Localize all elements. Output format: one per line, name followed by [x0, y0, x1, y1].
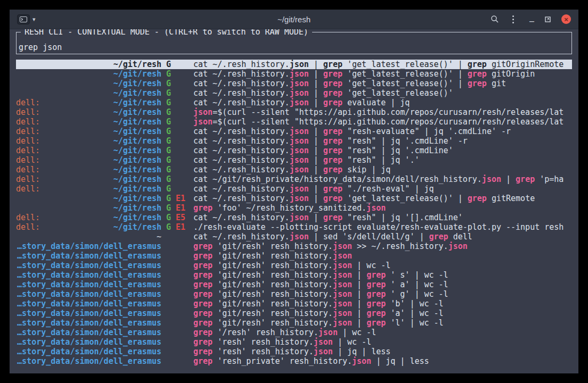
host-label: dell:: [16, 117, 40, 127]
match-highlight: grep: [366, 299, 386, 309]
history-row[interactable]: dell:~/git/reshGjson=$(curl --silent "ht…: [16, 107, 572, 117]
history-row[interactable]: …story_data/simon/dell_erasmusgrep 'git/…: [16, 270, 572, 280]
match-highlight: grep: [193, 328, 213, 337]
history-row[interactable]: dell:~/git/reshG E1./resh-evaluate --plo…: [16, 222, 572, 232]
match-highlight: grep: [323, 98, 342, 107]
history-row[interactable]: dell:~/git/reshGcat ~/.resh_history.json…: [16, 146, 572, 155]
flag-E1: E1: [176, 194, 185, 203]
directory-label: …story_data/simon/dell_erasmus: [17, 328, 161, 337]
status-flags: G: [161, 165, 193, 174]
minimize-button[interactable]: –: [529, 14, 534, 24]
history-row[interactable]: ~/git/reshG E1grep 'foo' ~/resh_history_…: [16, 203, 572, 213]
chevron-down-icon: ▾: [32, 16, 36, 23]
history-row[interactable]: dell:~/git/reshGcat ~/.resh_history.json…: [16, 184, 572, 194]
match-highlight: grep: [429, 232, 448, 242]
host-label: dell:: [16, 98, 40, 107]
new-terminal-button[interactable]: ▾: [17, 14, 36, 24]
status-flags: [161, 270, 193, 280]
history-row[interactable]: ~cat ~/.resh_history.json | sed 's/dell/…: [16, 232, 572, 242]
flag-G: G: [166, 117, 171, 127]
status-flags: [161, 337, 193, 347]
match-highlight: grep: [468, 79, 487, 88]
directory-label: ~/git/resh: [113, 174, 161, 184]
flag-G: G: [166, 222, 171, 232]
history-row[interactable]: dell:~/git/reshGcat ~/.resh_history.json…: [16, 155, 572, 165]
history-row[interactable]: …story_data/simon/dell_erasmusgrep '/res…: [16, 328, 572, 337]
restore-window-button[interactable]: [544, 14, 551, 24]
history-row[interactable]: ~/git/reshGcat ~/.resh_history.json | gr…: [16, 69, 572, 79]
directory-label: ~/git/resh: [113, 194, 161, 203]
history-row[interactable]: dell:~/git/reshGcat ~/.resh_history.json…: [16, 165, 572, 174]
command-text: cat ~/.resh_history.json | grep "./resh-…: [193, 184, 572, 194]
command-text: cat ~/.resh_history.json | grep "resh" |…: [193, 136, 572, 146]
match-highlight: grep: [323, 146, 342, 155]
history-row[interactable]: ~/git/reshGcat ~/.resh_history.json | gr…: [16, 79, 572, 88]
history-row[interactable]: dell:~/git/reshGcat ~/.resh_history.json…: [16, 127, 572, 136]
match-highlight: grep: [323, 194, 342, 203]
match-highlight: json: [482, 174, 501, 184]
match-highlight: grep: [468, 60, 487, 69]
directory-label: …story_data/simon/dell_erasmus: [17, 261, 161, 270]
history-row[interactable]: ~/git/reshGcat ~/.resh_history.json | gr…: [16, 88, 572, 98]
command-text: cat ~/.resh_history.json | grep "resh" |…: [193, 155, 572, 165]
history-row[interactable]: …story_data/simon/dell_erasmusgrep 'git/…: [16, 309, 572, 318]
match-highlight: json: [318, 328, 338, 337]
history-row[interactable]: …story_data/simon/dell_erasmusgrep 'git/…: [16, 289, 572, 299]
search-query-input[interactable]: grep json: [19, 43, 62, 52]
history-row[interactable]: dell:~/git/reshGcat ~/.resh_history.json…: [16, 98, 572, 107]
status-flags: [161, 309, 193, 318]
history-row[interactable]: dell:~/git/reshGjson=$(curl --silent "ht…: [16, 117, 572, 127]
host-label: dell:: [16, 146, 40, 155]
history-row[interactable]: …story_data/simon/dell_erasmusgrep 'git/…: [16, 251, 572, 261]
directory-label: ~/git/resh: [113, 69, 161, 79]
search-icon[interactable]: [491, 14, 499, 24]
match-highlight: json: [333, 242, 352, 251]
window-title: ~/git/resh: [140, 15, 448, 24]
flag-E1: E1: [176, 222, 185, 232]
match-highlight: grep: [468, 194, 487, 203]
history-row[interactable]: dell:~/git/reshGcat ~/git/resh_private/h…: [16, 174, 572, 184]
history-row[interactable]: …story_data/simon/dell_erasmusgrep 'git/…: [16, 261, 572, 270]
history-row[interactable]: …story_data/simon/dell_erasmusgrep 'git/…: [16, 280, 572, 289]
history-row[interactable]: ~/git/reshG E1cat ~/.resh_history.json |…: [16, 194, 572, 203]
match-highlight: grep: [323, 213, 342, 222]
command-text: cat ~/.resh_history.json | grep "resh-ev…: [193, 127, 572, 136]
flag-G: G: [166, 69, 171, 79]
match-highlight: json: [290, 127, 309, 136]
status-flags: G E1: [161, 203, 193, 213]
directory-label: …story_data/simon/dell_erasmus: [17, 251, 161, 261]
match-highlight: grep: [323, 88, 342, 98]
host-label: dell:: [16, 127, 40, 136]
host-label: dell:: [16, 222, 40, 232]
history-row[interactable]: …story_data/simon/dell_erasmusgrep 'resh…: [16, 347, 572, 356]
terminal-window: ▾ ~/git/resh – ×: [10, 10, 578, 373]
match-highlight: json: [290, 155, 309, 165]
history-row[interactable]: …story_data/simon/dell_erasmusgrep 'resh…: [16, 356, 572, 366]
status-flags: G: [161, 127, 193, 136]
host-label: dell:: [16, 165, 40, 174]
kebab-menu-icon[interactable]: [512, 14, 514, 24]
match-highlight: grep: [323, 79, 342, 88]
status-flags: G: [161, 98, 193, 107]
flag-G: G: [166, 155, 171, 165]
match-highlight: json: [333, 280, 352, 289]
match-highlight: grep: [323, 127, 342, 136]
history-row[interactable]: …story_data/simon/dell_erasmusgrep 'git/…: [16, 299, 572, 309]
history-row[interactable]: dell:~/git/reshG E5cat ~/.resh_history.j…: [16, 213, 572, 222]
flag-G: G: [166, 146, 171, 155]
host-label: dell:: [16, 174, 40, 184]
match-highlight: json: [333, 289, 352, 299]
flag-G: G: [166, 127, 171, 136]
command-text: grep 'git/resh' resh_history.json | wc -…: [193, 261, 572, 270]
status-flags: G: [161, 184, 193, 194]
history-row[interactable]: dell:~/git/reshGcat ~/.resh_history.json…: [16, 136, 572, 146]
history-row[interactable]: …story_data/simon/dell_erasmusgrep 'git/…: [16, 242, 572, 251]
close-button[interactable]: ×: [561, 14, 571, 24]
history-row[interactable]: ~/git/reshGcat ~/.resh_history.json | gr…: [16, 60, 572, 69]
status-flags: G: [161, 79, 193, 88]
history-row[interactable]: …story_data/simon/dell_erasmusgrep 'resh…: [16, 337, 572, 347]
flag-G: G: [166, 60, 171, 69]
match-highlight: json: [193, 107, 213, 117]
history-row[interactable]: …story_data/simon/dell_erasmusgrep 'git/…: [16, 318, 572, 328]
directory-label: ~/git/resh: [113, 136, 161, 146]
